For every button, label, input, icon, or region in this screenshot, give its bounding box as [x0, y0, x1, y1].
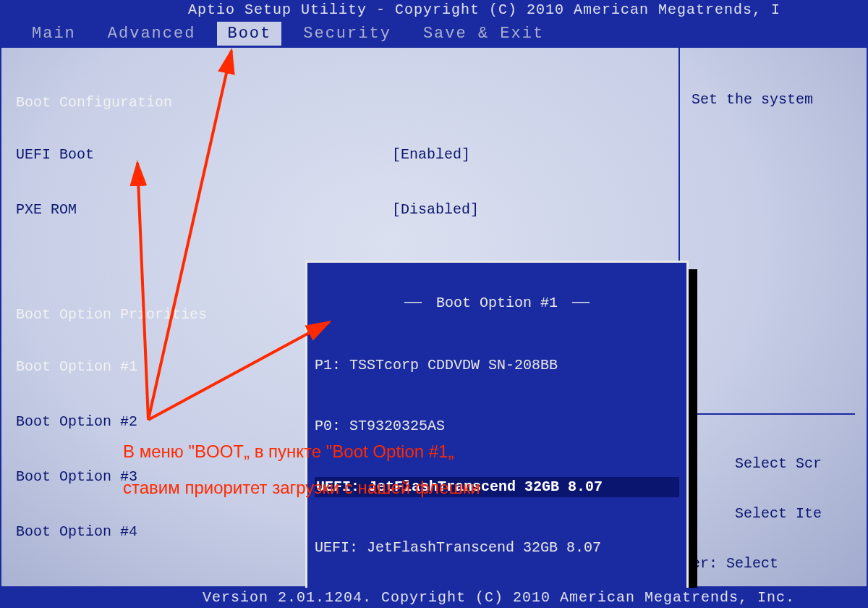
annotation-line-2: ставим приоритет загрузки с нашей флешки: [123, 478, 480, 498]
tab-save-exit[interactable]: Save & Exit: [413, 22, 554, 46]
pxe-rom-row[interactable]: PXE ROM [Disabled]: [16, 199, 664, 221]
tab-main[interactable]: Main: [22, 22, 86, 46]
help-line-1: Select Ite: [692, 505, 855, 522]
tab-advanced[interactable]: Advanced: [98, 22, 206, 46]
title-bar: Aptio Setup Utility - Copyright (C) 2010…: [0, 0, 868, 20]
menu-bar: Main Advanced Boot Security Save & Exit: [0, 20, 868, 46]
annotation-line-1: В меню "BOOT„ в пункте "Boot Option #1„: [123, 442, 454, 462]
uefi-boot-row[interactable]: UEFI Boot [Enabled]: [16, 144, 664, 166]
main-pane: Boot Configuration UEFI Boot [Enabled] P…: [0, 46, 680, 588]
bios-screen: Aptio Setup Utility - Copyright (C) 2010…: [0, 0, 868, 608]
help-line-2: er: Select: [692, 555, 855, 572]
tab-security[interactable]: Security: [293, 22, 401, 46]
boot-option-popup: ── Boot Option #1 ── P1: TSSTcorp CDDVDW…: [305, 227, 689, 608]
popup-item-1[interactable]: P0: ST9320325AS: [315, 416, 679, 436]
help-line-0: Select Scr: [692, 455, 855, 472]
footer-bar: Version 2.01.1204. Copyright (C) 2010 Am…: [0, 588, 868, 608]
popup-item-3[interactable]: UEFI: JetFlashTranscend 32GB 8.07: [315, 538, 679, 558]
tab-boot[interactable]: Boot: [217, 22, 281, 46]
help-pane: Set the system Select Scr Select Ite er:…: [680, 46, 868, 588]
popup-title: ── Boot Option #1 ──: [399, 295, 595, 311]
help-heading: Set the system: [692, 91, 855, 108]
boot-config-heading: Boot Configuration: [16, 94, 664, 111]
popup-item-0[interactable]: P1: TSSTcorp CDDVDW SN-208BB: [315, 355, 679, 376]
